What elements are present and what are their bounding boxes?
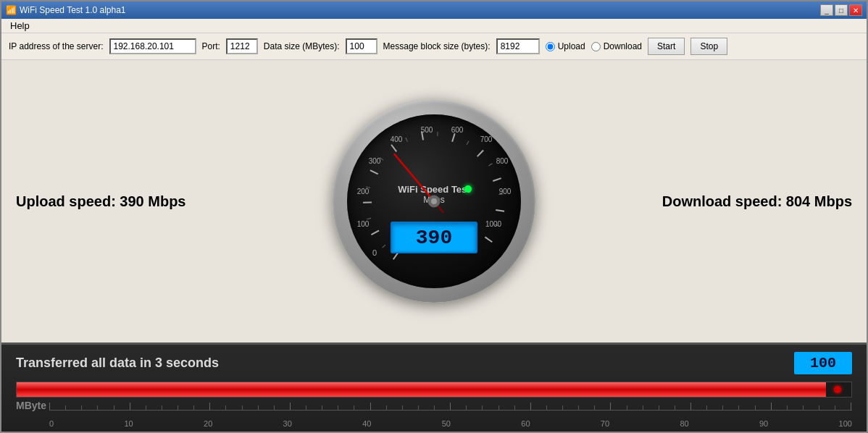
download-speed-display: Download speed: 804 Mbps: [662, 193, 852, 210]
scale-tick-30: 30: [283, 419, 292, 428]
svg-text:200: 200: [357, 188, 370, 196]
speed-readout: 390: [391, 222, 477, 253]
msg-block-input[interactable]: [496, 38, 540, 54]
download-radio-label: Download: [604, 41, 642, 51]
svg-line-9: [493, 178, 501, 181]
scale-tick-70: 70: [601, 419, 609, 428]
mbyte-label: MByte: [16, 400, 46, 411]
menu-bar: Help: [1, 19, 867, 33]
svg-text:WiFi Speed Test: WiFi Speed Test: [398, 184, 470, 195]
svg-text:300: 300: [369, 157, 381, 165]
svg-text:400: 400: [391, 135, 403, 143]
start-button[interactable]: Start: [648, 38, 685, 55]
svg-text:700: 700: [480, 135, 493, 143]
transfer-count: 100: [794, 352, 852, 374]
minimize-button[interactable]: _: [820, 4, 833, 16]
svg-text:100: 100: [357, 220, 370, 228]
main-area: Upload speed: 390 Mbps: [1, 60, 867, 342]
scale-tick-20: 20: [204, 419, 212, 428]
svg-text:600: 600: [451, 126, 464, 134]
transfer-text: Transferred all data in 3 seconds: [16, 356, 219, 371]
svg-text:1000: 1000: [485, 220, 502, 228]
svg-line-2: [371, 230, 379, 235]
upload-speed-display: Upload speed: 390 Mbps: [16, 193, 186, 210]
svg-line-13: [367, 218, 371, 219]
data-size-input[interactable]: [346, 38, 377, 54]
green-indicator: [464, 185, 472, 193]
scale-tick-40: 40: [362, 419, 371, 428]
data-size-label: Data size (MBytes):: [264, 41, 340, 51]
progress-end-dot: [834, 386, 841, 393]
svg-line-8: [477, 151, 483, 157]
svg-line-16: [406, 138, 407, 141]
speed-value: 390: [416, 227, 452, 249]
app-icon: 📶: [6, 5, 17, 15]
upload-radio-label: Upload: [558, 41, 585, 51]
toolbar: IP address of the server: Port: Data siz…: [1, 33, 867, 60]
scale-tick-100: 100: [839, 419, 852, 428]
window-title: WiFi Speed Test 1.0 alpha1: [20, 5, 126, 15]
scale-tick-0: 0: [49, 419, 54, 428]
svg-line-19: [488, 164, 492, 166]
speedometer-container: 0 100 200 300 400 500 600 700 800 900 10…: [333, 100, 535, 303]
svg-point-39: [431, 198, 437, 204]
ip-label: IP address of the server:: [9, 41, 104, 51]
scale-tick-90: 90: [759, 419, 768, 428]
close-button[interactable]: ✕: [849, 4, 862, 16]
ip-input[interactable]: [109, 38, 196, 54]
port-input[interactable]: [226, 38, 258, 54]
upload-radio[interactable]: [546, 42, 555, 51]
port-label: Port:: [202, 41, 220, 51]
svg-line-4: [370, 170, 378, 174]
svg-line-5: [391, 145, 396, 152]
svg-text:0: 0: [372, 248, 377, 257]
svg-line-18: [467, 141, 469, 145]
stop-button[interactable]: Stop: [690, 38, 727, 55]
svg-text:800: 800: [496, 157, 509, 165]
scale-tick-80: 80: [680, 419, 688, 428]
bottom-panel: Transferred all data in 3 seconds 100 MB…: [1, 342, 867, 433]
svg-line-11: [485, 237, 492, 242]
svg-line-7: [452, 133, 455, 141]
scale-tick-50: 50: [442, 419, 451, 428]
title-bar: 📶 WiFi Speed Test 1.0 alpha1 _ □ ✕: [1, 1, 867, 19]
svg-text:500: 500: [421, 126, 433, 134]
msg-block-label: Message block size (bytes):: [383, 41, 491, 51]
svg-line-10: [496, 210, 504, 211]
download-radio[interactable]: [591, 42, 601, 51]
scale-tick-10: 10: [124, 419, 133, 428]
restore-button[interactable]: □: [835, 4, 848, 16]
scale-tick-60: 60: [521, 419, 530, 428]
svg-line-12: [383, 245, 385, 248]
progress-bar-fill: [17, 382, 826, 397]
progress-bar-bg: [16, 382, 852, 398]
svg-text:900: 900: [499, 188, 512, 196]
help-menu[interactable]: Help: [7, 19, 33, 33]
